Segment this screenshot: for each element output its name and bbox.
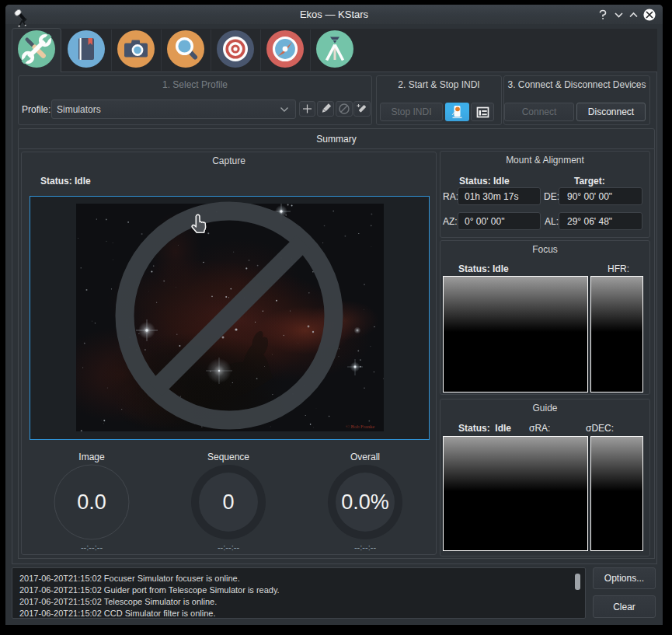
svg-text:0.0: 0.0 xyxy=(77,490,106,514)
svg-text:0.0%: 0.0% xyxy=(341,490,389,514)
svg-text:0: 0 xyxy=(222,490,234,514)
